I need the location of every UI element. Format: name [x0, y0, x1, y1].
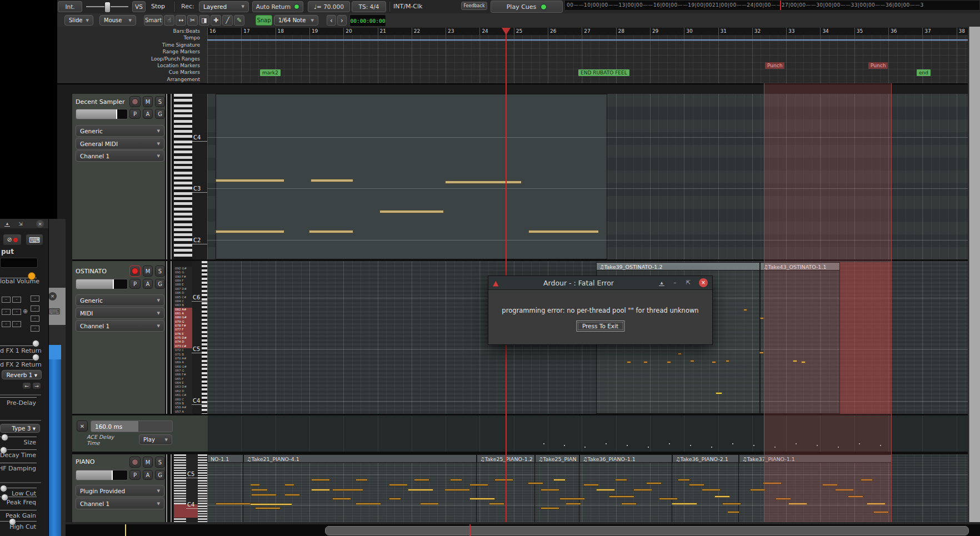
midi-note[interactable]	[726, 360, 729, 362]
visibility-dropdown[interactable]: Generic▼	[76, 294, 164, 306]
group-button[interactable]: G	[155, 109, 165, 119]
midi-note[interactable]	[414, 479, 429, 481]
midi-note[interactable]	[251, 489, 268, 491]
marker-location[interactable]: end	[917, 69, 931, 76]
region-block[interactable]	[535, 454, 579, 522]
automation-point[interactable]	[543, 443, 544, 444]
solo-button[interactable]: S	[155, 266, 165, 277]
channel-dropdown[interactable]: Channel 1▼	[76, 498, 164, 509]
midi-note[interactable]	[284, 494, 300, 496]
midi-note[interactable]	[609, 495, 634, 498]
midi-note[interactable]	[250, 484, 260, 486]
midi-note[interactable]	[615, 479, 627, 481]
tool-move-icon[interactable]: ✚	[211, 15, 221, 26]
automation-button[interactable]: A	[143, 470, 153, 480]
piano-keyboard[interactable]	[202, 261, 207, 414]
playlist-button[interactable]: P	[129, 109, 141, 119]
midi-note[interactable]	[667, 361, 671, 363]
midi-note[interactable]	[469, 498, 495, 500]
midi-note[interactable]	[743, 309, 747, 311]
midi-note[interactable]	[714, 495, 730, 498]
track-name[interactable]: Decent Sampler	[76, 98, 125, 106]
fx1-return-knob[interactable]	[32, 340, 39, 347]
track-name[interactable]: OSTINATO	[76, 268, 107, 275]
group-button[interactable]: G	[155, 279, 165, 289]
plugin-titlebar[interactable]: ▴ ⇲ ×	[0, 219, 48, 228]
automation-point[interactable]	[606, 443, 607, 444]
automation-point[interactable]	[564, 445, 565, 446]
automation-point[interactable]	[648, 447, 649, 448]
midi-note[interactable]	[311, 489, 330, 491]
gain-fader[interactable]	[76, 109, 128, 119]
automation-point[interactable]	[669, 443, 670, 444]
edit-mode-dropdown[interactable]: Slide▼	[64, 15, 93, 26]
scroomer[interactable]	[165, 261, 173, 414]
midi-note[interactable]	[379, 210, 444, 213]
fx2-return-knob[interactable]	[32, 354, 39, 361]
midi-note[interactable]	[750, 489, 766, 491]
scroomer[interactable]	[165, 94, 173, 259]
midi-note[interactable]	[309, 230, 353, 233]
piano-keyboard[interactable]	[174, 94, 192, 259]
midi-note[interactable]	[489, 503, 504, 505]
midi-note[interactable]	[528, 230, 599, 233]
midi-note[interactable]	[760, 317, 764, 319]
region-title[interactable]: ♫Take39_OSTINATO-1.2	[596, 262, 760, 270]
region-block[interactable]	[579, 454, 672, 522]
region-block[interactable]	[207, 454, 243, 522]
midi-note[interactable]	[678, 353, 682, 355]
automation-point[interactable]	[753, 445, 754, 446]
shuttle-slider-handle[interactable]	[104, 2, 111, 13]
tempo-button[interactable]: ♩= 70.000	[308, 1, 350, 12]
midi-note[interactable]	[541, 489, 559, 491]
gain-fader[interactable]	[76, 279, 128, 289]
midi-note[interactable]	[633, 489, 652, 491]
record-enable-button[interactable]	[129, 266, 141, 277]
midi-note[interactable]	[690, 360, 694, 362]
midi-note[interactable]	[553, 479, 566, 481]
midi-note[interactable]	[712, 361, 716, 363]
playhead-marker-icon[interactable]	[502, 28, 511, 35]
playlist-button[interactable]: P	[129, 470, 141, 480]
midi-keyboard-button[interactable]: ⌨	[26, 234, 43, 246]
midi-note[interactable]	[311, 479, 330, 481]
smart-mode-button[interactable]: Smart	[144, 15, 163, 26]
midi-note[interactable]	[332, 498, 351, 500]
automation-point[interactable]	[711, 447, 712, 448]
midi-note[interactable]	[583, 484, 599, 486]
midi-dropdown[interactable]: MIDI▼	[76, 307, 164, 319]
midi-note[interactable]	[420, 503, 439, 505]
midi-note[interactable]	[494, 479, 513, 481]
mouse-mode-dropdown[interactable]: Mouse▼	[99, 15, 136, 26]
feedback-button[interactable]: Feedback	[461, 2, 487, 10]
midi-note[interactable]	[389, 498, 401, 500]
gain-fader[interactable]	[76, 470, 128, 480]
midi-note-name-list[interactable]: 092 G#091 G090 F#089 F088 E087 D#086 D08…	[174, 267, 192, 414]
midi-note[interactable]	[216, 230, 284, 233]
secondary-clock[interactable]: 00:00:00:00	[349, 14, 386, 27]
midi-note[interactable]	[716, 392, 722, 394]
automation-point[interactable]	[732, 443, 733, 444]
size-knob[interactable]	[1, 434, 8, 441]
tempo-line[interactable]	[207, 39, 968, 41]
sync-source-button[interactable]: Int.	[58, 1, 82, 12]
auto-return-button[interactable]: Auto Return	[252, 1, 303, 12]
mute-speaker-button[interactable]: ⊘	[3, 234, 22, 246]
tool-edit-icon[interactable]: ✎	[234, 15, 244, 26]
region-block[interactable]	[243, 454, 477, 522]
summary-strip[interactable]	[57, 524, 980, 536]
midi-note[interactable]	[643, 361, 648, 363]
midi-note[interactable]	[596, 489, 615, 491]
record-enable-button[interactable]	[129, 96, 141, 107]
midi-note[interactable]	[445, 181, 522, 184]
hide-lane-button[interactable]: ✕	[77, 420, 88, 432]
midi-note[interactable]	[678, 479, 690, 481]
vertical-scrollbar[interactable]	[969, 27, 980, 522]
close-icon[interactable]: ×	[699, 278, 708, 287]
minimize-icon[interactable]: –	[672, 280, 678, 285]
midi-note[interactable]	[727, 511, 739, 513]
automation-mode-dropdown[interactable]: Play▼	[139, 434, 172, 445]
patch-dropdown[interactable]: Plugin Provided▼	[76, 485, 164, 497]
vs-button[interactable]: VS	[132, 1, 146, 12]
maximize-icon[interactable]: ⇱	[686, 280, 691, 285]
